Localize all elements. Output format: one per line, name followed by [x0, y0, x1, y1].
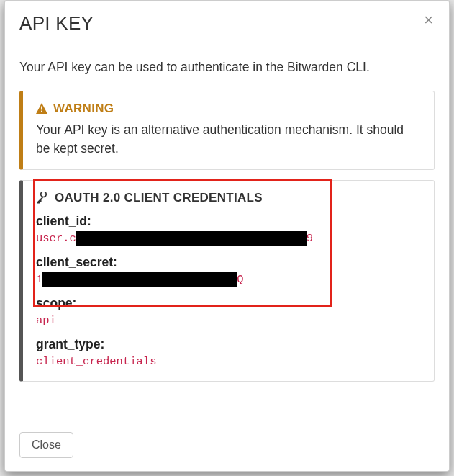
api-key-modal: API KEY × Your API key can be used to au…: [4, 0, 450, 472]
credentials-heading: OAUTH 2.0 CLIENT CREDENTIALS: [55, 191, 263, 205]
redaction-bar: [42, 272, 237, 287]
grant-type-value-row: client_credentials: [36, 354, 421, 369]
close-button[interactable]: Close: [19, 432, 73, 458]
warning-callout: WARNING Your API key is an alternative a…: [19, 91, 435, 171]
client-secret-label: client_secret:: [36, 255, 421, 270]
warning-icon: [36, 103, 47, 114]
modal-title: API KEY: [19, 12, 94, 35]
close-icon[interactable]: ×: [422, 12, 435, 28]
client-id-label: client_id:: [36, 214, 421, 229]
credentials-callout: OAUTH 2.0 CLIENT CREDENTIALS client_id: …: [19, 180, 435, 382]
scope-value: api: [36, 314, 56, 327]
svg-rect-0: [41, 107, 42, 110]
warning-body: Your API key is an alternative authentic…: [36, 120, 421, 158]
modal-body: Your API key can be used to authenticate…: [5, 45, 449, 422]
client-id-suffix: 9: [307, 232, 313, 245]
credentials-heading-row: OAUTH 2.0 CLIENT CREDENTIALS: [36, 191, 421, 205]
grant-type-label: grant_type:: [36, 337, 421, 352]
redaction-bar: [76, 231, 307, 246]
client-secret-prefix: 1: [36, 273, 42, 286]
warning-heading-row: WARNING: [36, 102, 421, 116]
client-secret-value: 1 Q: [36, 271, 421, 287]
intro-text: Your API key can be used to authenticate…: [19, 58, 435, 76]
client-id-value: user.c 9: [36, 230, 421, 246]
modal-header: API KEY ×: [5, 1, 449, 45]
key-icon: [36, 192, 49, 205]
grant-type-value: client_credentials: [36, 355, 156, 368]
svg-rect-1: [41, 111, 42, 112]
scope-label: scope:: [36, 296, 421, 311]
client-secret-suffix: Q: [237, 273, 243, 286]
modal-footer: Close: [5, 422, 449, 471]
client-id-prefix: user.c: [36, 232, 76, 245]
scope-value-row: api: [36, 313, 421, 328]
warning-heading: WARNING: [53, 102, 114, 116]
